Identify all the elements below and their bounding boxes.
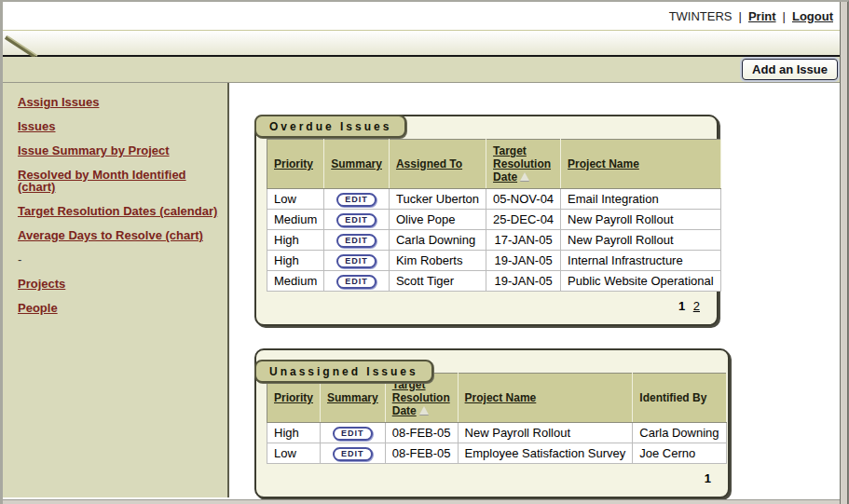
target-date-cell: 08-FEB-05 xyxy=(385,443,458,464)
assigned-to-cell: Kim Roberts xyxy=(389,251,486,271)
diagonal-decoration xyxy=(3,31,59,57)
priority-cell: Medium xyxy=(267,210,324,230)
top-bar: TWINTERS | Print | Logout xyxy=(3,2,848,31)
username-label: TWINTERS xyxy=(669,9,733,23)
column-header-summary[interactable]: Summary xyxy=(331,157,382,170)
edit-button[interactable]: EDIT xyxy=(336,275,377,289)
table-row: High EDIT Kim Roberts 19-JAN-05 Internal… xyxy=(267,251,721,271)
target-date-cell: 25-DEC-04 xyxy=(486,210,561,230)
priority-cell: High xyxy=(267,251,324,271)
edit-button[interactable]: EDIT xyxy=(336,213,377,227)
project-name-cell: New Payroll Rollout xyxy=(561,230,721,251)
overdue-issues-region: Overdue Issues Priority Summary Assigned… xyxy=(254,115,848,326)
assigned-to-cell: Carla Downing xyxy=(389,230,486,251)
current-page-label: 1 xyxy=(705,471,711,485)
project-name-cell: Internal Infrastructure xyxy=(561,251,721,271)
sidebar-item-projects[interactable]: Projects xyxy=(18,278,220,290)
edit-button[interactable]: EDIT xyxy=(333,427,373,441)
banner xyxy=(3,31,848,57)
overdue-pagination: 1 2 xyxy=(267,299,707,313)
priority-cell: Low xyxy=(267,443,321,464)
sidebar-item-issue-summary-by-project[interactable]: Issue Summary by Project xyxy=(18,144,220,157)
table-row: Low EDIT 08-FEB-05 Employee Satisfaction… xyxy=(267,443,727,464)
column-header-summary[interactable]: Summary xyxy=(327,391,378,404)
assigned-to-cell: Tucker Uberton xyxy=(389,189,486,210)
table-row: Medium EDIT Olive Pope 25-DEC-04 New Pay… xyxy=(267,210,721,230)
table-row: High EDIT Carla Downing 17-JAN-05 New Pa… xyxy=(267,230,721,251)
priority-cell: Low xyxy=(267,189,324,210)
sidebar-item-dash[interactable]: - xyxy=(18,253,220,266)
target-date-cell: 05-NOV-04 xyxy=(486,189,561,210)
sidebar-item-average-days-chart[interactable]: Average Days to Resolve (chart) xyxy=(18,229,220,241)
separator: | xyxy=(783,9,786,23)
edit-button[interactable]: EDIT xyxy=(336,234,377,248)
target-date-cell: 19-JAN-05 xyxy=(486,251,561,271)
project-name-cell: Email Integration xyxy=(561,189,721,210)
window-bottom-edge xyxy=(3,499,840,504)
sidebar-item-target-resolution-calendar[interactable]: Target Resolution Dates (calendar) xyxy=(18,205,220,217)
edit-button[interactable]: EDIT xyxy=(336,254,377,268)
assigned-to-cell: Scott Tiger xyxy=(389,271,486,292)
main-content: Overdue Issues Priority Summary Assigned… xyxy=(229,83,848,497)
column-header-project-name[interactable]: Project Name xyxy=(465,391,537,404)
current-page-label: 1 xyxy=(678,299,685,313)
table-row: High EDIT 08-FEB-05 New Payroll Rollout … xyxy=(267,423,727,443)
assigned-to-cell: Olive Pope xyxy=(389,210,486,230)
separator: | xyxy=(739,9,742,23)
column-header-project-name[interactable]: Project Name xyxy=(568,157,639,170)
project-name-cell: Employee Satisfaction Survey xyxy=(458,443,633,464)
column-header-identified-by: Identified By xyxy=(639,391,706,404)
unassigned-issues-region: Unassigned Issues Priority Summary Targe… xyxy=(254,348,848,498)
table-row: Low EDIT Tucker Uberton 05-NOV-04 Email … xyxy=(267,189,721,210)
app-window: TWINTERS | Print | Logout Add an Issue A… xyxy=(0,0,849,504)
sort-ascending-icon xyxy=(419,406,429,415)
project-name-cell: Public Website Operational xyxy=(561,271,721,292)
identified-by-cell: Joe Cerno xyxy=(633,443,726,464)
sidebar-item-resolved-by-month-chart[interactable]: Resolved by Month Identified (chart) xyxy=(18,169,220,193)
print-link[interactable]: Print xyxy=(748,9,776,23)
identified-by-cell: Carla Downing xyxy=(633,423,726,443)
column-header-priority[interactable]: Priority xyxy=(274,391,313,404)
overdue-issues-panel: Priority Summary Assigned To Target Reso… xyxy=(254,115,719,326)
project-name-cell: New Payroll Rollout xyxy=(458,423,633,443)
logout-link[interactable]: Logout xyxy=(792,9,833,23)
target-date-cell: 19-JAN-05 xyxy=(486,271,561,292)
unassigned-pagination: 1 xyxy=(267,471,719,485)
target-date-cell: 08-FEB-05 xyxy=(385,423,458,443)
overdue-issues-title: Overdue Issues xyxy=(254,115,406,138)
project-name-cell: New Payroll Rollout xyxy=(561,210,721,230)
sidebar-item-issues[interactable]: Issues xyxy=(18,120,220,132)
sidebar-nav: Assign Issues Issues Issue Summary by Pr… xyxy=(3,83,229,497)
priority-cell: High xyxy=(267,423,321,443)
column-header-priority[interactable]: Priority xyxy=(274,157,313,170)
sort-ascending-icon xyxy=(520,172,529,181)
priority-cell: Medium xyxy=(267,271,324,292)
target-date-cell: 17-JAN-05 xyxy=(486,230,561,251)
unassigned-issues-table: Priority Summary Target Resolution Date … xyxy=(267,373,727,464)
column-header-assigned-to[interactable]: Assigned To xyxy=(396,157,462,170)
window-right-edge xyxy=(840,2,848,504)
unassigned-issues-title: Unassigned Issues xyxy=(254,360,433,383)
table-header-row: Priority Summary Assigned To Target Reso… xyxy=(267,140,721,189)
table-row: Medium EDIT Scott Tiger 19-JAN-05 Public… xyxy=(267,271,721,292)
page-2-link[interactable]: 2 xyxy=(693,299,700,313)
sidebar-item-people[interactable]: People xyxy=(18,302,220,314)
action-strip: Add an Issue xyxy=(3,57,848,83)
edit-button[interactable]: EDIT xyxy=(333,447,373,461)
sidebar-item-assign-issues[interactable]: Assign Issues xyxy=(18,96,220,108)
add-an-issue-button[interactable]: Add an Issue xyxy=(742,59,838,80)
edit-button[interactable]: EDIT xyxy=(336,193,377,207)
priority-cell: High xyxy=(267,230,324,251)
overdue-issues-table: Priority Summary Assigned To Target Reso… xyxy=(267,139,721,292)
